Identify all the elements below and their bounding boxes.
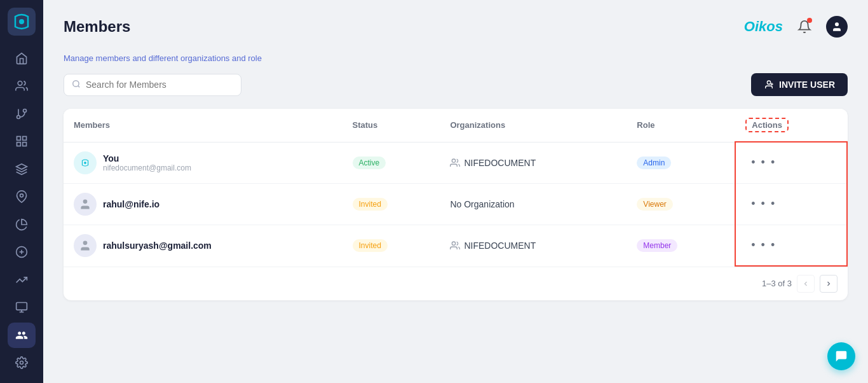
brand-name: Oikos [744, 18, 783, 35]
svg-rect-6 [17, 137, 21, 141]
pagination: 1–3 of 3 [64, 267, 848, 300]
svg-point-27 [83, 199, 88, 204]
sidebar-item-layers[interactable] [8, 157, 36, 182]
svg-point-11 [20, 194, 24, 197]
org-name: No Organization [450, 199, 616, 209]
sidebar-item-apps[interactable] [8, 129, 36, 155]
sidebar-item-billing[interactable] [8, 240, 36, 265]
member-name: rahul@nife.io [103, 199, 159, 209]
member-avatar [74, 234, 97, 257]
actions-menu-button[interactable]: • • • [746, 236, 781, 254]
members-table-container: Members Status Organizations Role Action… [64, 109, 848, 300]
sidebar-item-users[interactable] [8, 323, 36, 348]
svg-rect-7 [23, 137, 27, 141]
members-table: Members Status Organizations Role Action… [64, 109, 848, 267]
search-input[interactable] [86, 80, 233, 90]
user-avatar-top[interactable] [826, 16, 848, 38]
sidebar-item-tables[interactable] [8, 295, 36, 321]
svg-rect-9 [23, 143, 27, 146]
svg-point-2 [18, 81, 22, 86]
actions-menu-button[interactable]: • • • [746, 153, 781, 172]
sidebar-item-settings[interactable] [8, 351, 36, 376]
svg-point-19 [835, 22, 839, 26]
page-subtitle: Manage members and different organizatio… [64, 53, 848, 63]
status-badge: Active [353, 157, 386, 169]
col-header-members: Members [64, 109, 342, 142]
member-name: You [103, 153, 191, 164]
invite-button-label: INVITE USER [779, 80, 835, 90]
sidebar [0, 0, 43, 383]
status-badge: Invited [353, 198, 388, 211]
member-cell-0: You nifedocument@gmail.com [64, 142, 342, 183]
svg-marker-10 [17, 164, 27, 169]
status-badge: Invited [353, 239, 388, 252]
org-name: NIFEDOCUMENT [450, 158, 616, 168]
status-cell-2: Invited [342, 225, 440, 266]
org-cell-1: No Organization [440, 183, 627, 225]
pagination-prev-button[interactable] [797, 275, 815, 293]
member-cell-1: rahul@nife.io [64, 183, 342, 225]
col-header-role: Role [627, 109, 735, 142]
role-cell-1: Viewer [627, 183, 735, 225]
actions-cell-2: • • • [735, 225, 847, 266]
svg-rect-15 [17, 303, 27, 310]
chat-bubble-button[interactable] [827, 342, 855, 370]
col-header-status: Status [342, 109, 440, 142]
svg-point-28 [83, 240, 88, 245]
org-cell-0: NIFEDOCUMENT [440, 142, 627, 183]
col-header-actions: Actions [735, 109, 847, 142]
role-cell-0: Admin [627, 142, 735, 183]
svg-point-1 [19, 19, 24, 24]
sidebar-item-branches[interactable] [8, 101, 36, 127]
invite-user-button[interactable]: INVITE USER [751, 73, 848, 96]
table-row: rahulsuryash@gmail.com InvitedNIFEDOCUME… [64, 225, 847, 266]
pagination-range: 1–3 of 3 [762, 279, 792, 288]
actions-highlight: Actions [745, 118, 789, 132]
svg-line-21 [78, 85, 80, 87]
role-badge: Member [637, 239, 677, 252]
sidebar-item-members[interactable] [8, 74, 36, 99]
sidebar-item-trends[interactable] [8, 267, 36, 293]
role-badge: Viewer [637, 198, 672, 211]
top-bar-left: Members [64, 18, 130, 36]
svg-point-5 [17, 115, 20, 118]
status-cell-1: Invited [342, 183, 440, 225]
notification-button[interactable] [793, 15, 816, 38]
sidebar-item-home[interactable] [8, 46, 36, 71]
top-bar: Members Oikos [64, 15, 848, 38]
sidebar-logo[interactable] [8, 8, 36, 36]
actions-menu-button[interactable]: • • • [746, 195, 781, 213]
search-icon [72, 80, 81, 90]
brand-name-rest: ikos [755, 18, 783, 34]
table-row: rahul@nife.io InvitedNo OrganizationView… [64, 183, 847, 225]
role-cell-2: Member [627, 225, 735, 266]
col-header-organizations: Organizations [440, 109, 627, 142]
member-cell-2: rahulsuryash@gmail.com [64, 225, 342, 266]
actions-cell-1: • • • [735, 183, 847, 225]
table-row: You nifedocument@gmail.com ActiveNIFEDOC… [64, 142, 847, 183]
status-cell-0: Active [342, 142, 440, 183]
member-avatar [74, 151, 97, 174]
sidebar-item-analytics[interactable] [8, 212, 36, 237]
svg-point-22 [767, 81, 770, 84]
main-content: Members Oikos Manage members and diff [43, 0, 868, 383]
sidebar-item-location[interactable] [8, 185, 36, 210]
svg-point-26 [452, 159, 456, 162]
actions-cell-0: • • • [735, 142, 847, 183]
top-bar-right: Oikos [744, 15, 848, 38]
org-cell-2: NIFEDOCUMENT [440, 225, 627, 266]
pagination-next-button[interactable] [820, 275, 837, 293]
svg-point-18 [20, 361, 24, 365]
org-name: NIFEDOCUMENT [450, 240, 616, 251]
svg-rect-8 [17, 143, 21, 146]
search-box[interactable] [64, 74, 241, 96]
notification-dot [807, 18, 812, 23]
member-avatar [74, 193, 97, 216]
svg-point-20 [73, 80, 79, 86]
svg-point-4 [24, 109, 27, 112]
svg-point-29 [452, 242, 456, 245]
brand-name-accent: O [744, 18, 755, 34]
svg-point-25 [84, 162, 86, 164]
member-name: rahulsuryash@gmail.com [103, 240, 212, 251]
role-badge: Admin [637, 157, 671, 169]
